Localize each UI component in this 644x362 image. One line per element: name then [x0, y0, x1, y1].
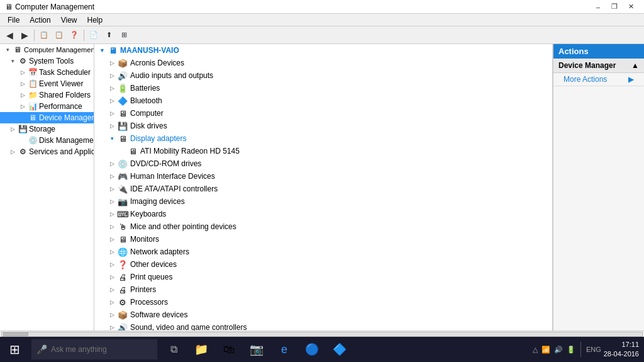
toolbar: ◀ ▶ 📋 📋 ❓ 📄 ⬆ ⊞	[0, 26, 644, 44]
menu-action[interactable]: Action	[25, 14, 55, 26]
storage-icon: 💾	[18, 124, 28, 134]
help-button[interactable]: 📋	[52, 28, 66, 42]
computer-icon: 🖥	[117, 108, 128, 119]
left-node-event-viewer[interactable]: ▷ 📋 Event Viewer	[0, 78, 94, 89]
device-node-computer[interactable]: ▷ 🖥 Computer	[94, 107, 552, 120]
monitors-icon: 🖥	[117, 234, 128, 245]
start-button[interactable]: ⊞	[0, 337, 29, 362]
right-panel: Actions Device Manager ▲ More Actions ▶	[553, 44, 644, 331]
taskbar-photos[interactable]: 📷	[243, 337, 270, 362]
system-tools-icon: ⚙	[18, 56, 28, 66]
printq-label: Print queues	[130, 273, 172, 281]
expander-icon	[18, 135, 28, 145]
taskbar-file-explorer[interactable]: 📁	[187, 337, 215, 362]
device-node-display[interactable]: ▾ 🖥 Display adapters	[94, 132, 552, 145]
properties-button[interactable]: ❓	[67, 28, 81, 42]
taskbar-chrome[interactable]: 🔵	[298, 337, 326, 362]
horizontal-scrollbar[interactable]	[1, 332, 643, 337]
device-node-acronis[interactable]: ▷ 📦 Acronis Devices	[94, 57, 552, 69]
left-node-services[interactable]: ▷ ⚙ Services and Applications	[0, 146, 94, 157]
software-expander: ▷	[107, 310, 117, 320]
network-expander: ▷	[107, 247, 117, 257]
expander-icon: ▷	[8, 124, 18, 134]
scrollbar-thumb	[3, 332, 28, 336]
device-node-imaging[interactable]: ▷ 📷 Imaging devices	[94, 195, 552, 208]
menu-help[interactable]: Help	[82, 14, 108, 26]
hid-expander: ▷	[107, 171, 117, 181]
left-node-performance[interactable]: ▷ 📊 Performance	[0, 101, 94, 112]
imaging-label: Imaging devices	[130, 197, 185, 206]
imaging-icon: 📷	[117, 196, 128, 207]
menu-file[interactable]: File	[3, 14, 25, 26]
processors-expander: ▷	[107, 297, 117, 307]
collapse-button[interactable]: ⊞	[117, 28, 131, 42]
other-label: Other devices	[130, 260, 177, 269]
taskview-button[interactable]: ⧉	[160, 337, 187, 362]
software-icon: 📦	[117, 309, 128, 320]
search-input[interactable]	[51, 345, 133, 354]
minimize-button[interactable]: –	[590, 1, 606, 13]
forward-button[interactable]: ▶	[18, 28, 31, 42]
device-node-keyboards[interactable]: ▷ ⌨ Keyboards	[94, 208, 552, 220]
device-node-other[interactable]: ▷ ❓ Other devices	[94, 258, 552, 271]
bluetooth-label: Bluetooth	[130, 96, 162, 105]
taskbar-right: △ 📶 🔊 🔋 ENG 17:11 28-04-2016	[528, 340, 644, 359]
printers-expander: ▷	[107, 285, 117, 295]
more-actions-item[interactable]: More Actions ▶	[553, 73, 644, 86]
action-section-title[interactable]: Device Manager ▲	[553, 59, 644, 73]
device-node-monitors[interactable]: ▷ 🖥 Monitors	[94, 233, 552, 246]
left-node-task-scheduler[interactable]: ▷ 📅 Task Scheduler	[0, 67, 94, 78]
device-node-ide[interactable]: ▷ 🔌 IDE ATA/ATAPI controllers	[94, 183, 552, 195]
device-node-software[interactable]: ▷ 📦 Software devices	[94, 308, 552, 321]
services-label: Services and Applications	[29, 147, 94, 156]
device-node-hid[interactable]: ▷ 🎮 Human Interface Devices	[94, 170, 552, 183]
mice-expander: ▷	[107, 222, 117, 232]
storage-label: Storage	[29, 125, 55, 133]
device-node-ati[interactable]: 🖥 ATI Mobility Radeon HD 5145	[94, 145, 552, 157]
sound-expander: ▷	[107, 322, 117, 331]
root-icon: 🖥	[107, 45, 118, 56]
left-node-storage[interactable]: ▷ 💾 Storage	[0, 123, 94, 135]
left-node-system-tools[interactable]: ▾ ⚙ System Tools	[0, 55, 94, 67]
menu-view[interactable]: View	[56, 14, 82, 26]
device-root-node[interactable]: ▾ 🖥 MAANUSH-VAIO	[94, 44, 552, 57]
device-node-printq[interactable]: ▷ 🖨 Print queues	[94, 271, 552, 283]
new-button[interactable]: 📄	[87, 28, 101, 42]
comp-mgmt-icon: 🖥	[13, 45, 23, 55]
system-tools-label: System Tools	[29, 57, 74, 65]
device-node-disk[interactable]: ▷ 💾 Disk drives	[94, 120, 552, 132]
search-bar[interactable]: 🎤	[31, 339, 157, 359]
device-node-network[interactable]: ▷ 🌐 Network adapters	[94, 246, 552, 258]
device-node-processors[interactable]: ▷ ⚙ Processors	[94, 296, 552, 308]
show-scope-button[interactable]: 📋	[37, 28, 51, 42]
device-node-sound[interactable]: ▷ 🔊 Sound, video and game controllers	[94, 321, 552, 331]
shared-icon: 📁	[28, 90, 38, 100]
ide-expander: ▷	[107, 184, 117, 194]
device-node-printers[interactable]: ▷ 🖨 Printers	[94, 283, 552, 296]
restore-button[interactable]: ❐	[606, 1, 623, 13]
tray-wifi-icon[interactable]: 📶	[541, 346, 550, 354]
device-node-dvd[interactable]: ▷ 💿 DVD/CD-ROM drives	[94, 157, 552, 170]
computer-label: Computer	[130, 109, 164, 118]
up-button[interactable]: ⬆	[102, 28, 116, 42]
device-node-batteries[interactable]: ▷ 🔋 Batteries	[94, 82, 552, 94]
back-button[interactable]: ◀	[3, 28, 16, 42]
left-node-disk-mgmt[interactable]: 💿 Disk Management	[0, 135, 94, 146]
taskbar-store[interactable]: 🛍	[215, 337, 243, 362]
left-node-shared-folders[interactable]: ▷ 📁 Shared Folders	[0, 89, 94, 101]
tray-volume-icon[interactable]: 🔊	[554, 346, 563, 354]
tray-battery-icon[interactable]: 🔋	[567, 346, 575, 354]
network-label: Network adapters	[130, 247, 189, 256]
comp-mgmt-label: Computer Management (Local	[24, 46, 94, 54]
left-node-device-manager[interactable]: 🖥 Device Manager	[0, 112, 94, 123]
close-button[interactable]: ✕	[623, 1, 639, 13]
tray-expand-icon[interactable]: △	[533, 346, 538, 354]
ati-expander	[117, 146, 127, 156]
left-node-comp-mgmt[interactable]: ▾ 🖥 Computer Management (Local	[0, 44, 94, 55]
expander-icon: ▾	[8, 56, 18, 66]
taskbar-edge[interactable]: e	[270, 337, 298, 362]
device-node-audio[interactable]: ▷ 🔊 Audio inputs and outputs	[94, 69, 552, 82]
taskbar-app-6[interactable]: 🔷	[326, 337, 353, 362]
device-node-mice[interactable]: ▷ 🖱 Mice and other pointing devices	[94, 220, 552, 233]
device-node-bluetooth[interactable]: ▷ 🔷 Bluetooth	[94, 94, 552, 107]
